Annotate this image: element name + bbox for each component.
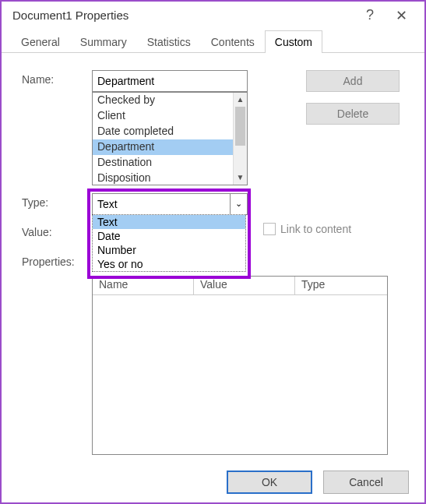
col-value[interactable]: Value [194, 277, 295, 294]
ok-button[interactable]: OK [227, 471, 312, 494]
properties-table[interactable]: Name Value Type [92, 276, 388, 455]
tab-custom[interactable]: Custom [265, 30, 322, 53]
name-option[interactable]: Date completed [93, 124, 233, 139]
type-label: Type: [22, 193, 92, 209]
type-option[interactable]: Date [93, 229, 245, 243]
link-to-content-checkbox[interactable] [263, 223, 276, 235]
type-row: Type: Text ⌄ Text Date Number Yes or no [22, 193, 404, 215]
custom-tab-panel: Add Delete Name: Checked by Client Date … [2, 53, 424, 463]
name-suggestion-list: Checked by Client Date completed Departm… [92, 92, 248, 185]
close-button[interactable]: ✕ [386, 4, 417, 27]
add-button[interactable]: Add [306, 70, 400, 92]
tab-summary[interactable]: Summary [70, 30, 137, 53]
scroll-down-icon[interactable]: ▼ [234, 171, 247, 185]
type-combobox[interactable]: Text ⌄ [92, 193, 248, 215]
name-option[interactable]: Checked by [93, 93, 233, 108]
help-button[interactable]: ? [354, 4, 386, 27]
type-selected-value: Text [93, 198, 230, 210]
name-option[interactable]: Department [93, 139, 233, 155]
dialog-footer: OK Cancel [2, 463, 424, 502]
delete-button[interactable]: Delete [306, 103, 400, 125]
scroll-up-icon[interactable]: ▲ [234, 93, 247, 107]
tabstrip: General Summary Statistics Contents Cust… [2, 30, 424, 53]
chevron-down-icon[interactable]: ⌄ [230, 194, 247, 214]
action-buttons: Add Delete [306, 70, 400, 125]
tab-general[interactable]: General [11, 30, 70, 53]
properties-table-header: Name Value Type [93, 277, 387, 295]
tab-statistics[interactable]: Statistics [137, 30, 201, 53]
link-to-content-label: Link to content [280, 223, 351, 235]
name-list-scrollbar[interactable]: ▲ ▼ [233, 93, 247, 185]
properties-dialog: Document1 Properties ? ✕ General Summary… [0, 0, 426, 504]
col-type[interactable]: Type [295, 277, 387, 294]
link-to-content-wrap: Link to content [263, 223, 351, 235]
name-option[interactable]: Disposition [93, 171, 233, 185]
type-option[interactable]: Text [93, 215, 245, 229]
type-option[interactable]: Number [93, 243, 245, 257]
value-label: Value: [22, 223, 92, 238]
name-option[interactable]: Destination [93, 155, 233, 171]
type-combo-wrap: Text ⌄ Text Date Number Yes or no [92, 193, 248, 215]
name-input[interactable] [92, 70, 248, 92]
type-option[interactable]: Yes or no [93, 257, 245, 271]
type-dropdown-list: Text Date Number Yes or no [92, 214, 246, 272]
window-title: Document1 Properties [12, 9, 354, 22]
cancel-button[interactable]: Cancel [323, 471, 409, 494]
titlebar: Document1 Properties ? ✕ [2, 2, 424, 30]
scroll-thumb[interactable] [235, 107, 245, 146]
name-label: Name: [22, 70, 92, 86]
name-option[interactable]: Client [93, 108, 233, 124]
tab-contents[interactable]: Contents [201, 30, 265, 53]
col-name[interactable]: Name [93, 277, 194, 294]
properties-label: Properties: [22, 252, 92, 268]
